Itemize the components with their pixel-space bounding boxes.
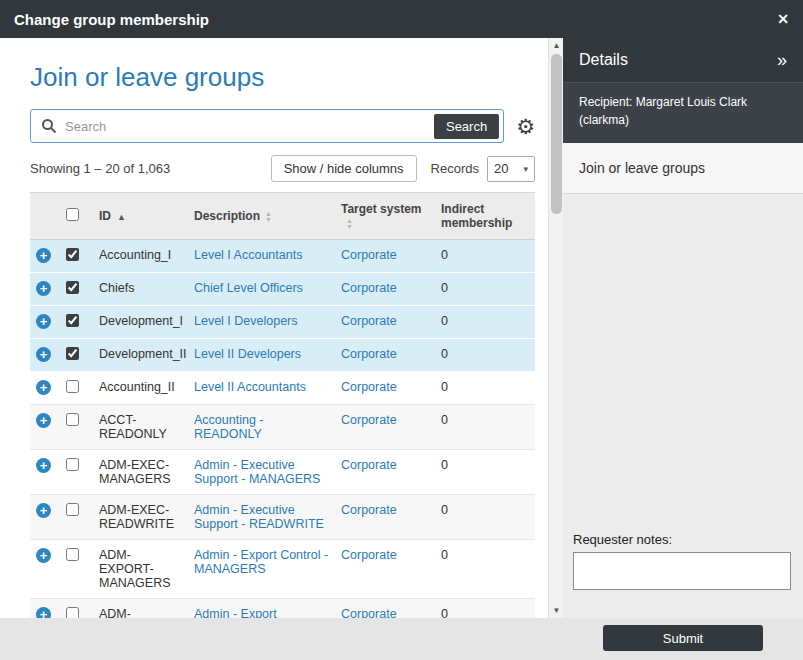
- group-description-link[interactable]: Level II Developers: [194, 347, 301, 361]
- table-row[interactable]: +ADM-EXEC-READWRITEAdmin - Executive Sup…: [30, 495, 535, 540]
- target-system-link[interactable]: Corporate: [341, 607, 397, 618]
- group-id-cell: ADM-EXPORT-MANAGERS: [93, 540, 188, 599]
- group-id-cell: ADM-EXPORT-: [93, 599, 188, 619]
- recipient-info: Recipient: Margaret Louis Clark (clarkma…: [563, 82, 803, 143]
- column-header-id[interactable]: ID▲: [93, 193, 188, 240]
- expand-row-icon[interactable]: +: [36, 380, 51, 395]
- expand-row-icon[interactable]: +: [36, 413, 51, 428]
- target-system-link[interactable]: Corporate: [341, 503, 397, 517]
- column-header-description[interactable]: Description▲▼: [188, 193, 335, 240]
- indirect-membership-cell: 0: [435, 599, 535, 619]
- column-header-indirect-membership[interactable]: Indirect membership: [435, 193, 535, 240]
- expand-row-icon[interactable]: +: [36, 548, 51, 563]
- target-system-link[interactable]: Corporate: [341, 248, 397, 262]
- group-description-link[interactable]: Level I Developers: [194, 314, 298, 328]
- group-id-cell: Development_I: [93, 306, 188, 339]
- group-description-link[interactable]: Admin - Export: [194, 607, 277, 618]
- table-row[interactable]: +Development_ILevel I DevelopersCorporat…: [30, 306, 535, 339]
- row-checkbox[interactable]: [66, 314, 79, 327]
- group-description-link[interactable]: Chief Level Officers: [194, 281, 303, 295]
- table-row[interactable]: +ChiefsChief Level OfficersCorporate0: [30, 273, 535, 306]
- search-box: Search: [30, 109, 504, 143]
- table-row[interactable]: +ADM-EXPORT-MANAGERSAdmin - Export Contr…: [30, 540, 535, 599]
- row-checkbox[interactable]: [66, 380, 79, 393]
- table-row[interactable]: +ADM-EXEC-MANAGERSAdmin - Executive Supp…: [30, 450, 535, 495]
- group-id-cell: Chiefs: [93, 273, 188, 306]
- scrollbar-thumb[interactable]: [551, 54, 562, 214]
- target-system-link[interactable]: Corporate: [341, 380, 397, 394]
- row-checkbox[interactable]: [66, 607, 79, 618]
- target-system-link[interactable]: Corporate: [341, 347, 397, 361]
- indirect-membership-cell: 0: [435, 339, 535, 372]
- expand-row-icon[interactable]: +: [36, 281, 51, 296]
- target-system-link[interactable]: Corporate: [341, 314, 397, 328]
- row-checkbox[interactable]: [66, 503, 79, 516]
- group-id-cell: ACCT-READONLY: [93, 405, 188, 450]
- select-all-checkbox[interactable]: [66, 208, 79, 221]
- gear-icon[interactable]: ⚙: [516, 116, 535, 137]
- expand-column-header: [30, 193, 60, 240]
- scroll-up-icon[interactable]: ▲: [549, 41, 564, 50]
- target-system-link[interactable]: Corporate: [341, 458, 397, 472]
- indirect-membership-cell: 0: [435, 273, 535, 306]
- table-header-row: ID▲ Description▲▼ Target system▲▼ Indire…: [30, 193, 535, 240]
- expand-row-icon[interactable]: +: [36, 458, 51, 473]
- table-row[interactable]: +ACCT-READONLYAccounting - READONLYCorpo…: [30, 405, 535, 450]
- group-id-cell: ADM-EXEC-READWRITE: [93, 495, 188, 540]
- target-system-link[interactable]: Corporate: [341, 548, 397, 562]
- table-row[interactable]: +Accounting_ILevel I AccountantsCorporat…: [30, 240, 535, 273]
- target-system-link[interactable]: Corporate: [341, 413, 397, 427]
- scroll-down-icon[interactable]: ▼: [549, 606, 564, 615]
- row-checkbox[interactable]: [66, 281, 79, 294]
- table-row[interactable]: +ADM-EXPORT-Admin - ExportCorporate0: [30, 599, 535, 619]
- group-description-link[interactable]: Admin - Executive Support - READWRITE: [194, 503, 324, 531]
- sidebar-item-join-or-leave-groups[interactable]: Join or leave groups: [563, 143, 803, 194]
- group-description-link[interactable]: Level II Accountants: [194, 380, 306, 394]
- select-all-column-header[interactable]: [60, 193, 93, 240]
- requester-notes-input[interactable]: [573, 552, 791, 590]
- results-count: Showing 1 – 20 of 1,063: [30, 161, 170, 176]
- sort-icon: ▲▼: [265, 211, 272, 223]
- search-icon: [41, 118, 57, 134]
- page-title: Join or leave groups: [30, 62, 535, 93]
- expand-row-icon[interactable]: +: [36, 607, 51, 618]
- table-row[interactable]: +Accounting_IILevel II AccountantsCorpor…: [30, 372, 535, 405]
- row-checkbox[interactable]: [66, 458, 79, 471]
- expand-row-icon[interactable]: +: [36, 314, 51, 329]
- submit-button[interactable]: Submit: [603, 625, 763, 651]
- indirect-membership-cell: 0: [435, 306, 535, 339]
- expand-row-icon[interactable]: +: [36, 347, 51, 362]
- column-header-target-system[interactable]: Target system▲▼: [335, 193, 435, 240]
- search-input[interactable]: [65, 119, 434, 134]
- collapse-panel-icon[interactable]: »: [777, 50, 787, 71]
- group-description-link[interactable]: Level I Accountants: [194, 248, 302, 262]
- group-description-link[interactable]: Accounting - READONLY: [194, 413, 263, 441]
- group-id-cell: ADM-EXEC-MANAGERS: [93, 450, 188, 495]
- group-description-link[interactable]: Admin - Export Control - MANAGERS: [194, 548, 328, 576]
- search-button[interactable]: Search: [434, 114, 499, 139]
- sort-icon: ▲▼: [346, 218, 353, 230]
- group-id-cell: Accounting_I: [93, 240, 188, 273]
- table-row[interactable]: +Development_IILevel II DevelopersCorpor…: [30, 339, 535, 372]
- records-per-page-value: 20: [494, 161, 508, 176]
- details-title: Details: [579, 51, 628, 69]
- row-checkbox[interactable]: [66, 248, 79, 261]
- expand-row-icon[interactable]: +: [36, 248, 51, 263]
- vertical-scrollbar[interactable]: ▲ ▼: [548, 38, 563, 618]
- footer-bar: Submit: [0, 618, 803, 660]
- indirect-membership-cell: 0: [435, 405, 535, 450]
- records-per-page-select[interactable]: 20 ▾: [487, 156, 535, 182]
- group-id-cell: Development_II: [93, 339, 188, 372]
- expand-row-icon[interactable]: +: [36, 503, 51, 518]
- requester-notes-label: Requester notes:: [573, 532, 791, 547]
- dialog-titlebar: Change group membership ✕: [0, 0, 803, 38]
- row-checkbox[interactable]: [66, 413, 79, 426]
- row-checkbox[interactable]: [66, 347, 79, 360]
- show-hide-columns-button[interactable]: Show / hide columns: [271, 155, 417, 182]
- row-checkbox[interactable]: [66, 548, 79, 561]
- table-body: +Accounting_ILevel I AccountantsCorporat…: [30, 240, 535, 619]
- group-description-link[interactable]: Admin - Executive Support - MANAGERS: [194, 458, 320, 486]
- sort-ascending-icon: ▲: [117, 212, 126, 222]
- close-icon[interactable]: ✕: [777, 11, 789, 27]
- target-system-link[interactable]: Corporate: [341, 281, 397, 295]
